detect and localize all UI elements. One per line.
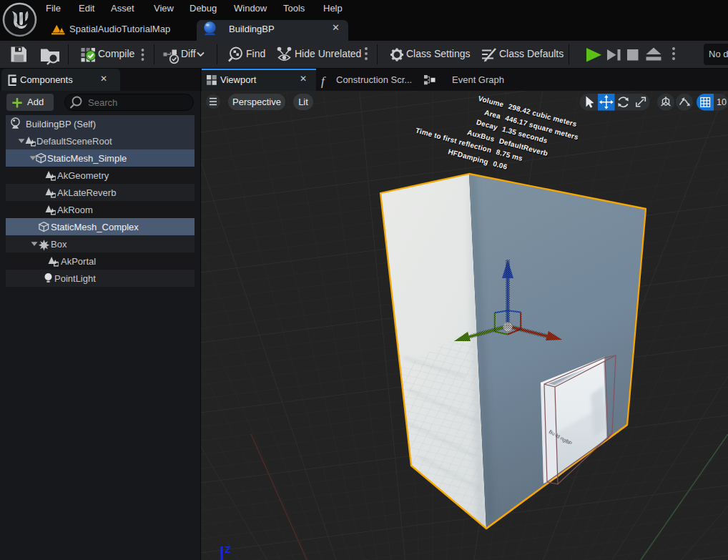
svg-text:f: f bbox=[321, 74, 326, 88]
svg-text:10: 10 bbox=[717, 97, 727, 107]
svg-text:Z: Z bbox=[225, 544, 231, 555]
